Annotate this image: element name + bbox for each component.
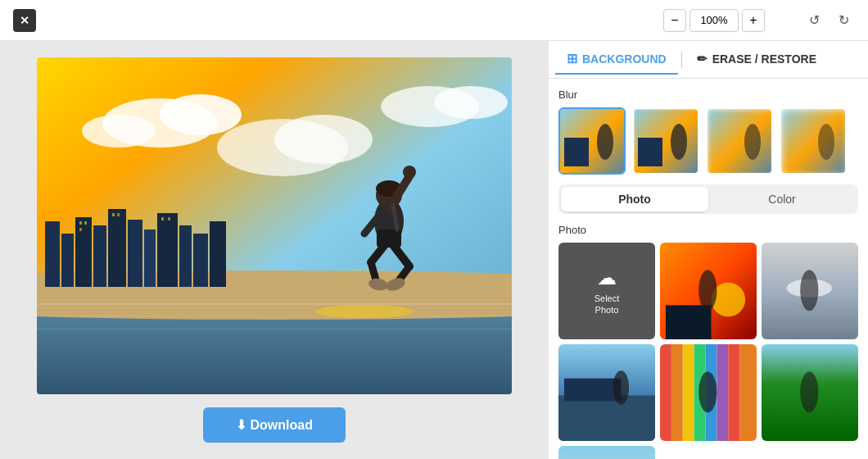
toolbar: ✕ − + ↺ ↻: [0, 0, 868, 41]
toggle-photo-button[interactable]: Photo: [561, 187, 708, 211]
svg-point-77: [698, 371, 717, 412]
photo-thumb-1[interactable]: [660, 243, 757, 339]
eraser-icon: ✏: [697, 52, 708, 66]
tab-erase-restore[interactable]: ✏ ERASE / RESTORE: [685, 45, 828, 75]
photo-thumb-6[interactable]: [558, 446, 655, 459]
svg-rect-53: [638, 138, 662, 166]
svg-rect-71: [683, 344, 694, 441]
zoom-out-button[interactable]: −: [663, 9, 686, 32]
svg-rect-27: [117, 213, 120, 216]
svg-rect-66: [558, 395, 655, 441]
svg-rect-20: [179, 225, 192, 287]
svg-point-7: [434, 86, 508, 119]
upload-icon: ☁: [597, 266, 617, 289]
svg-point-68: [613, 370, 629, 405]
svg-rect-18: [144, 230, 156, 287]
main-layout: ⬇ Download ⊞ BACKGROUND ✏ ERASE / RESTOR…: [0, 41, 868, 459]
blur-thumb-3[interactable]: [706, 107, 773, 175]
svg-point-61: [698, 270, 717, 311]
svg-point-47: [315, 305, 414, 318]
svg-point-52: [671, 124, 687, 160]
svg-point-4: [160, 94, 242, 135]
toggle-color-button[interactable]: Color: [708, 187, 856, 211]
tab-background[interactable]: ⊞ BACKGROUND: [555, 44, 678, 75]
svg-rect-67: [564, 379, 621, 402]
svg-rect-69: [660, 344, 671, 441]
svg-rect-60: [666, 305, 712, 339]
svg-point-57: [818, 124, 834, 160]
svg-rect-13: [61, 234, 74, 287]
svg-rect-45: [37, 316, 512, 316]
svg-rect-54: [708, 109, 773, 175]
svg-rect-70: [671, 344, 683, 441]
layers-icon: ⊞: [567, 51, 577, 66]
svg-rect-21: [193, 234, 208, 287]
svg-rect-74: [717, 344, 728, 441]
svg-point-5: [82, 115, 156, 148]
redo-button[interactable]: ↻: [832, 9, 855, 32]
svg-rect-16: [108, 209, 126, 287]
panel-content: Blur: [549, 79, 868, 459]
blur-section-label: Blur: [558, 89, 858, 101]
canvas-image: [37, 57, 512, 394]
photo-thumb-2[interactable]: [762, 243, 858, 339]
svg-point-34: [403, 166, 416, 179]
svg-rect-14: [75, 217, 92, 287]
photo-thumb-4[interactable]: [660, 344, 757, 441]
svg-rect-22: [210, 221, 226, 287]
svg-rect-80: [558, 446, 655, 459]
svg-rect-15: [93, 225, 106, 287]
svg-point-55: [744, 124, 761, 160]
svg-point-64: [800, 270, 818, 311]
blur-thumbnails: [558, 107, 858, 175]
svg-rect-42: [377, 230, 401, 248]
svg-rect-56: [781, 109, 847, 175]
svg-point-9: [274, 115, 373, 164]
zoom-input[interactable]: [689, 9, 739, 32]
photo-color-toggle: Photo Color: [558, 184, 858, 214]
svg-rect-24: [84, 221, 87, 225]
svg-rect-75: [728, 344, 739, 441]
blur-thumb-2[interactable]: [632, 107, 699, 175]
select-photo-button[interactable]: ☁ Select Photo: [558, 243, 655, 339]
svg-rect-76: [739, 344, 757, 441]
undo-button[interactable]: ↺: [802, 9, 825, 32]
svg-rect-19: [157, 213, 178, 287]
svg-point-49: [597, 124, 613, 160]
blur-thumb-4[interactable]: [780, 107, 847, 175]
svg-point-79: [800, 371, 818, 412]
main-canvas-svg: [37, 57, 512, 394]
tab-divider: [681, 52, 682, 68]
svg-rect-17: [128, 220, 142, 287]
photo-thumb-3[interactable]: [558, 344, 655, 441]
download-button[interactable]: ⬇ Download: [203, 407, 346, 443]
zoom-controls: − +: [663, 9, 765, 32]
blur-thumb-1[interactable]: [558, 107, 626, 175]
svg-rect-44: [37, 303, 512, 305]
svg-rect-12: [45, 221, 60, 287]
svg-rect-28: [161, 217, 164, 220]
zoom-in-button[interactable]: +: [742, 9, 765, 32]
svg-rect-50: [564, 138, 589, 166]
svg-rect-46: [37, 328, 512, 329]
photo-section-label: Photo: [558, 224, 858, 236]
right-panel: ⊞ BACKGROUND ✏ ERASE / RESTORE Blur: [549, 41, 868, 459]
svg-rect-29: [168, 217, 170, 220]
svg-rect-25: [79, 228, 82, 231]
svg-rect-23: [79, 221, 82, 225]
photo-thumb-5[interactable]: [762, 344, 858, 441]
close-button[interactable]: ✕: [13, 9, 36, 32]
panel-tabs: ⊞ BACKGROUND ✏ ERASE / RESTORE: [549, 41, 868, 79]
svg-rect-26: [112, 213, 115, 216]
canvas-area: ⬇ Download: [0, 41, 549, 459]
photo-grid: ☁ Select Photo: [558, 243, 858, 459]
